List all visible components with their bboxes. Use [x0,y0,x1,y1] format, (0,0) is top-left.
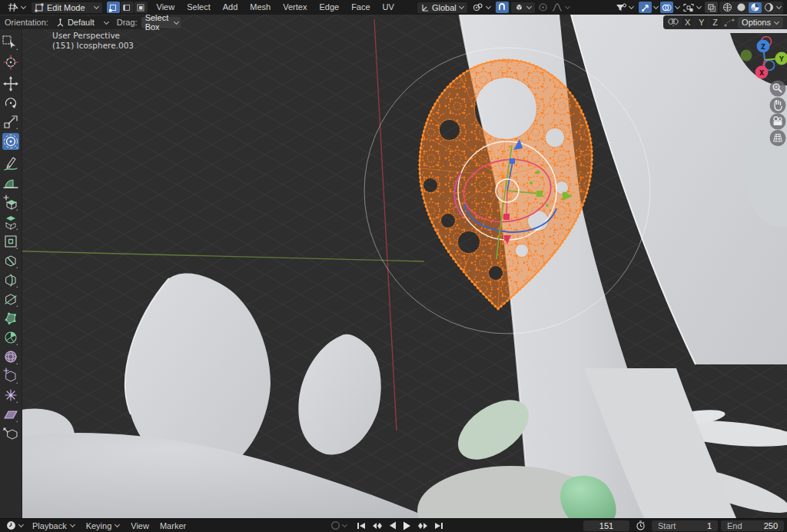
snap-with-dropdown[interactable] [510,2,536,14]
orientation-default-dropdown[interactable]: Default [52,17,113,28]
tool-shear[interactable] [5,411,18,422]
mode-selector[interactable]: Edit Mode [31,2,103,14]
menu-uv[interactable]: UV [377,0,400,15]
prev-keyframe-button[interactable] [370,520,384,531]
end-value: 250 [764,521,778,530]
stopwatch-icon [636,520,646,530]
next-keyframe-button[interactable] [416,520,430,531]
gizmo-scale-x-handle[interactable] [503,214,510,220]
pivot-point-dropdown[interactable] [470,2,494,13]
overlays-icon [662,3,672,12]
visibility-filter-dropdown[interactable] [613,2,637,13]
current-frame-value: 151 [599,521,613,530]
use-preview-range-button[interactable] [634,520,647,531]
drag-mode-dropdown[interactable]: Select Box [141,17,181,28]
menu-face[interactable]: Face [346,0,375,15]
viewport-3d[interactable]: User Perspective (151) Icosphere.003 Z Y… [0,15,787,518]
overlays-caret-icon[interactable] [675,5,680,10]
tool-measure[interactable] [4,180,18,188]
timeline-menu-playback[interactable]: Playback [27,521,81,530]
face-select-button[interactable] [134,2,148,13]
tool-move[interactable] [3,76,18,91]
drag-value: Select Box [145,13,171,32]
tool-cursor[interactable] [4,55,18,69]
play-button[interactable] [401,520,413,531]
menu-vertex[interactable]: Vertex [277,0,312,15]
tool-extrude-region[interactable] [6,216,18,230]
play-reverse-icon [389,521,397,530]
frame-end-field[interactable]: End 250 [721,520,784,531]
tool-transform[interactable] [2,133,19,150]
auto-keying-caret-icon[interactable] [342,523,347,528]
mirror-y-button[interactable]: Y [696,17,707,28]
show-overlays-button[interactable] [660,2,673,13]
tool-bevel[interactable] [6,256,18,268]
tool-knife[interactable] [5,294,18,307]
orientation-caret-icon [459,5,464,10]
viewport-editor-icon [7,2,18,12]
face-select-icon [136,3,145,12]
vertex-select-button[interactable] [107,2,120,13]
mirror-z-button[interactable]: Z [709,17,721,28]
gizmo-caret-icon[interactable] [653,5,659,10]
shading-material-button[interactable] [749,2,762,13]
proportional-editing-button[interactable] [537,2,549,13]
camera-view-button[interactable] [770,114,786,130]
xray-settings-dropdown[interactable] [682,2,703,13]
menu-edge[interactable]: Edge [314,0,344,15]
zoom-button[interactable] [770,81,786,97]
edge-select-button[interactable] [121,2,134,13]
tool-annotate[interactable] [5,158,17,170]
menu-view[interactable]: View [151,0,181,15]
jump-to-start-button[interactable] [355,520,367,531]
header-middle: Global [417,2,572,14]
snap-toggle-button[interactable] [496,2,509,13]
tool-loop-cut[interactable] [6,274,18,288]
pan-button[interactable] [770,98,786,114]
tool-spin[interactable] [5,332,18,345]
toggle-xray-button[interactable] [705,2,718,13]
shading-rendered-button[interactable] [762,2,775,13]
show-gizmo-button[interactable] [639,2,652,13]
tool-shrink-fatten[interactable] [5,390,18,403]
mirror-x-button[interactable]: X [682,17,693,28]
tool-smooth[interactable] [5,351,18,364]
timeline-bar: Playback Keying View Marker [0,518,787,532]
tool-add-cube[interactable] [4,195,18,211]
auto-keying-button[interactable] [329,520,342,531]
options-dropdown[interactable]: Options [738,17,783,28]
editor-type-caret-icon [21,5,26,10]
timeline-editor-type-button[interactable] [3,520,27,531]
proportional-falloff-dropdown[interactable] [550,2,572,13]
play-reverse-button[interactable] [387,520,398,531]
timeline-menu-marker[interactable]: Marker [154,521,191,530]
tool-edge-slide[interactable] [4,368,18,384]
menu-select[interactable]: Select [181,0,216,15]
jump-to-end-button[interactable] [433,520,445,531]
menu-add[interactable]: Add [218,0,244,15]
shading-solid-button[interactable] [735,2,748,13]
transform-orientation-dropdown[interactable]: Global [417,2,468,14]
frame-start-field[interactable]: Start 1 [652,520,718,531]
snap-vertices-icon[interactable] [723,18,736,28]
shading-caret-icon[interactable] [776,5,782,10]
tool-rotate[interactable] [5,98,15,108]
tool-poly-build[interactable] [5,313,17,325]
orthographic-toggle-button[interactable] [770,130,786,146]
tool-inset-faces[interactable] [5,236,18,249]
gizmo-scale-y-handle[interactable] [536,191,543,197]
tool-rip-region[interactable] [4,428,17,439]
current-frame-field[interactable]: 151 [583,520,629,531]
shading-wireframe-button[interactable] [721,2,734,13]
options-caret-icon [774,20,779,25]
camera-body-icon [774,121,782,126]
gizmo-scale-z-handle[interactable] [510,158,515,164]
timeline-menu-view[interactable]: View [125,521,154,530]
editor-type-button[interactable] [4,2,29,13]
tool-scale[interactable] [5,116,18,129]
timeline-menu-keying[interactable]: Keying [81,521,126,530]
snap-target-cube-icon [514,2,524,12]
nav-axis-neg-y[interactable] [741,50,752,62]
menu-mesh[interactable]: Mesh [244,0,276,15]
tool-select-box[interactable] [3,36,18,50]
